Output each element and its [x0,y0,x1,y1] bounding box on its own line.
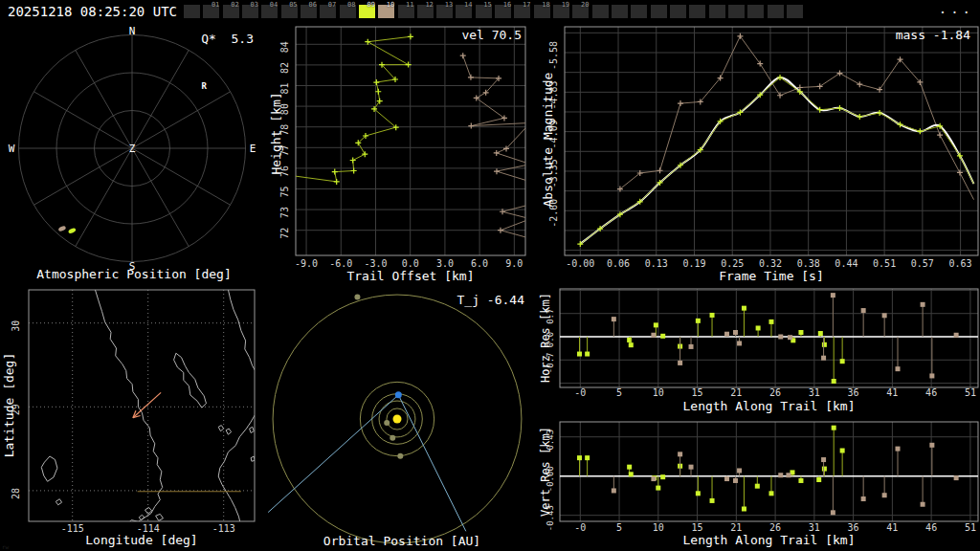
residual-point [822,342,827,347]
mars-dot [397,453,403,459]
overflow-menu-button[interactable]: ... [939,1,974,16]
x-tick-label: 26 [769,522,781,533]
frame-box-label: 02 [231,1,238,9]
frame-box-17[interactable]: 17 [514,5,530,18]
residual-point [612,317,616,321]
residual-point [832,379,836,384]
frame-box[interactable] [592,5,609,18]
y-tick-label: -2.60 [548,199,559,228]
residual-point [768,491,773,496]
x-tick-label: 0.44 [835,258,858,269]
data-point-marker [460,53,466,58]
frame-box[interactable] [787,5,803,18]
residual-point [818,331,823,336]
x-tick-label: 15 [692,522,703,533]
residual-point [756,325,761,330]
residual-point [840,359,845,364]
grid [560,422,978,521]
data-point-marker [678,100,683,106]
lat-tick-label: 28 [11,488,21,499]
frame-box-11[interactable]: 11 [398,5,414,18]
frame-box-label: 12 [425,1,433,9]
residual-point [896,447,901,452]
frame-box-14[interactable]: 14 [456,5,472,18]
residual-point [786,473,791,477]
x-tick-label: -3.0 [364,258,387,269]
residual-point [737,341,742,345]
frame-box[interactable] [747,5,764,18]
residual-point [724,332,729,337]
frame-box[interactable] [651,5,667,18]
residual-point [689,465,694,470]
frame-box[interactable] [184,5,200,18]
residual-point [768,320,773,324]
frame-box[interactable] [768,5,784,18]
frame-box-20[interactable]: 20 [572,5,589,18]
corner-mark: rw [2,543,9,550]
residual-point [798,330,803,335]
frame-box-13[interactable]: 13 [436,5,453,18]
frame-box-10[interactable]: 10 [378,5,394,18]
frame-box-12[interactable]: 12 [417,5,434,18]
y-tick-label: 77 [279,144,290,156]
grid [560,289,978,387]
x-tick-label: -9.0 [295,258,318,269]
frame-box[interactable] [631,5,647,18]
lat-tick-label: 29 [11,404,21,415]
frame-box-03[interactable]: 03 [242,5,258,18]
residual-point [929,373,934,378]
frame-box[interactable] [728,5,745,18]
frame-box-08[interactable]: 08 [340,5,356,18]
data-point-marker [408,33,413,39]
coastlines [41,290,256,530]
x-tick-label: 0.13 [645,258,668,269]
compass-north: N [129,25,136,37]
data-point-marker [332,169,338,175]
y-tick-label: 0.43 [546,430,555,451]
data-point-marker [877,87,882,93]
frame-box-09[interactable]: 09 [359,5,375,18]
x-tick-label: 51 [965,522,976,533]
frame-box-label: 17 [523,1,530,9]
zenith-label: Z [129,143,136,155]
frame-box-label: 05 [289,1,297,9]
sun-dot [393,415,402,424]
x-tick-label: 15 [692,387,703,398]
frame-box-19[interactable]: 19 [553,5,569,18]
panel-trail-offset: -9.0-6.0-3.00.03.06.09.08482818078777675… [268,23,536,287]
residual-point [612,488,616,493]
frame-box-15[interactable]: 15 [476,5,492,18]
residual-point [629,472,634,476]
residual-point [660,474,665,479]
frame-box-04[interactable]: 04 [261,5,278,18]
y-tick-label: 81 [279,82,290,94]
frame-box-label: 08 [347,1,355,9]
frame-box-05[interactable]: 05 [281,5,298,18]
residual-point [755,484,760,489]
frame-box-01[interactable]: 01 [203,5,219,18]
orbital-position-plot [268,287,536,551]
x-tick-label: 10 [653,387,664,398]
frame-box[interactable] [670,5,686,18]
residual-point [921,502,925,507]
data-point-marker [377,99,383,104]
frame-box[interactable] [612,5,628,18]
frame-box[interactable] [689,5,705,18]
residual-point [585,455,590,460]
frame-box-18[interactable]: 18 [534,5,550,18]
compass-east: E [250,143,256,155]
y-tick-label: -3.35 [548,159,559,187]
x-tick-label: -0.00 [566,258,594,269]
data-point-marker [657,167,663,173]
residual-point [788,335,792,340]
lon-tick-label: -113 [212,523,235,534]
frame-box-16[interactable]: 16 [495,5,511,18]
residual-point [798,478,803,483]
frame-box-07[interactable]: 07 [320,5,336,18]
ground-track-map: -115-114-113302928 [0,287,268,551]
station-1-series [296,33,413,185]
frame-box-02[interactable]: 02 [223,5,239,18]
data-point-marker [817,83,823,89]
frame-box-06[interactable]: 06 [301,5,317,18]
frame-box[interactable] [709,5,725,18]
